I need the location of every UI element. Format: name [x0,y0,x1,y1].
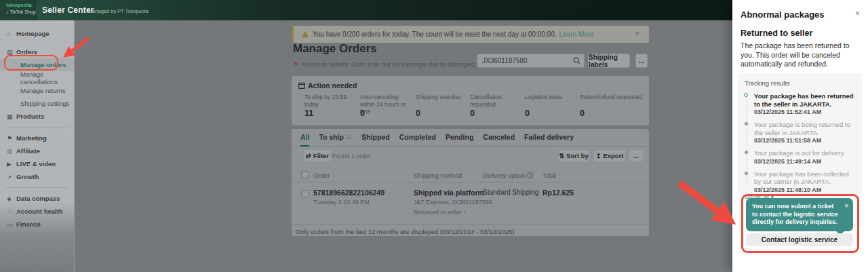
sidebar-divider [5,187,68,188]
tokopedia-logo: tokopedia [6,2,37,9]
table-header-divider [292,182,649,182]
timeline-dot-icon [745,122,748,125]
home-icon: ⌂ [7,31,16,37]
date-range-note: Only orders from the last 12 months are … [296,228,515,235]
tracking-results-title: Tracking results [745,79,857,87]
logo-block[interactable]: tokopedia ♪ TikTok Shop [0,0,37,20]
tab-canceled[interactable]: Canceled [483,129,515,147]
info-icon[interactable]: i [527,172,533,178]
order-total: Rp12.625 [542,189,574,197]
orders-icon: ▤ [7,49,16,56]
products-icon: ▦ [7,113,16,120]
tab-failed-delivery[interactable]: Failed delivery [524,129,574,147]
page-title: Manage Orders [293,42,377,56]
tab-all[interactable]: All [300,129,309,147]
banner-learn-more-link[interactable]: Learn More [559,31,594,38]
banner-text: You have 0/200 orders for today. The cou… [313,31,557,38]
seller-center-title: Seller Center [42,5,94,15]
contact-logistic-service-button[interactable]: Contact logistic service [746,233,853,246]
sidebar-item-shipping-settings[interactable]: Shipping settings [0,97,74,110]
banner-close-icon[interactable]: × [635,29,639,37]
sidebar-item-data-compass[interactable]: ◈ Data compass [0,192,74,205]
sort-by-button[interactable]: ⇅Sort by [559,150,589,161]
managed-by-label: Managed by PT Tokopedia [88,8,149,14]
account-health-icon: ♡ [7,208,16,215]
order-time: Tuesday 2:12:48 PM [313,199,370,206]
sidebar-item-orders[interactable]: ▤ Orders [0,45,74,58]
stat-to-ship[interactable]: To ship by 23:59 today 11 [304,94,357,118]
returned-to-seller-link[interactable]: Returned to seller › [414,209,466,216]
stat-shipping-overdue[interactable]: Shipping overdue 0 [416,94,467,118]
announcement-icon: ⚑ [293,61,298,68]
sidebar-item-growth[interactable]: ↗ Growth [0,170,74,183]
sidebar-item-manage-cancellations[interactable]: Manage cancellations [0,71,74,84]
drawer-close-icon[interactable]: × [855,9,860,18]
sidebar-item-homepage[interactable]: ⌂ Homepage [0,27,74,40]
drawer-description: The package has been returned to you. Th… [741,41,861,69]
order-id[interactable]: 578189662822106249 [313,189,384,197]
sidebar-item-manage-returns[interactable]: Manage returns [0,84,74,97]
tab-shipped[interactable]: Shipped [361,129,389,147]
tracking-event: Your package is out for delivery. 03/12/… [754,149,857,165]
delivery-option-value: Standard Shipping [483,189,538,196]
sidebar-item-finance[interactable]: ▭ Finance [0,218,74,231]
to-ship-count: 11 [346,134,352,140]
sort-icon: ⇅ [559,152,564,159]
tab-completed[interactable]: Completed [399,129,436,147]
search-input[interactable] [477,57,573,64]
tooltip-text: You can now submit a ticket to contact t… [752,203,840,227]
export-button[interactable]: ↥Export [594,150,625,161]
found-count-label: Found 1 order [332,153,371,159]
calendar-icon [298,82,305,89]
col-delivery-option: Delivery option i [483,172,533,179]
tooltip-close-icon[interactable]: × [844,202,848,210]
data-compass-icon: ◈ [7,195,16,202]
tab-pending[interactable]: Pending [446,129,473,147]
sidebar-item-manage-orders[interactable]: Manage orders [0,58,74,71]
tab-to-ship[interactable]: To ship 11 [319,129,352,147]
top-bar: tokopedia ♪ TikTok Shop Seller Center Ma… [0,0,732,20]
megaphone-icon: ⚑ [7,135,16,142]
row-checkbox[interactable] [301,190,309,197]
table-header: Order Shipping method Delivery option i … [292,170,649,182]
toolbar-more-button[interactable]: ... [629,150,643,161]
stat-return-refund[interactable]: Return/refund requested 0 [580,94,644,118]
select-all-checkbox[interactable] [301,171,309,178]
sidebar-divider [5,127,68,128]
order-limit-banner: You have 0/200 orders for today. The cou… [292,26,649,43]
filter-icon: ⇄ [306,152,311,159]
sidebar-item-account-health[interactable]: ♡ Account health [0,205,74,218]
tracking-timeline: Your package has been returned to the se… [745,92,857,193]
tracking-event: Your package is being returned to the se… [754,121,857,144]
carrier-tracking: J&T Express, JX3601187580 [414,199,492,206]
sidebar-item-products[interactable]: ▦ Products [0,110,74,123]
tracking-results-panel: Tracking results Your package has been r… [738,73,863,194]
search-icon[interactable] [573,55,584,67]
seller-center-screen: tokopedia ♪ TikTok Shop Seller Center Ma… [0,0,868,272]
sidebar-nav: ⌂ Homepage ▤ Orders Manage orders Manage… [0,20,75,272]
col-order: Order [313,172,330,179]
topbar-divider [37,5,37,16]
sidebar-item-affiliate[interactable]: ◎ Affiliate [0,144,74,157]
action-needed-title: Action needed [298,81,357,90]
sidebar-item-live-video[interactable]: ▶ LIVE & video [0,157,74,170]
shipping-labels-button[interactable]: Shipping labels [588,54,630,68]
col-shipping-method: Shipping method [414,172,462,179]
page-more-button[interactable]: ... [635,54,648,68]
stat-cancellation-requested[interactable]: Cancellation requested 0 [470,94,521,118]
tracking-event: Your package has been collected by our c… [754,170,857,193]
sidebar-item-marketing[interactable]: ⚑ Marketing [0,132,74,144]
timeline-current-dot-icon [744,93,748,97]
stat-logistics-issue[interactable]: Logistics issue 0 [525,94,576,118]
tiktok-shop-logo: ♪ TikTok Shop [6,9,37,15]
filter-button[interactable]: ⇄Filter [304,150,331,161]
live-video-icon: ▶ [7,161,16,168]
export-icon: ↥ [595,152,601,159]
orders-card: All To ship 11 Shipped Completed Pending… [292,129,649,236]
order-tabs: All To ship 11 Shipped Completed Pending… [292,129,649,147]
ship-method: Shipped via platform [414,189,484,197]
stat-auto-canceling[interactable]: Auto-canceling within 24 hours or less 0 [360,94,413,118]
finance-icon: ▭ [7,221,16,228]
row-divider [292,224,649,225]
returned-to-seller-heading: Returned to seller [741,28,812,38]
